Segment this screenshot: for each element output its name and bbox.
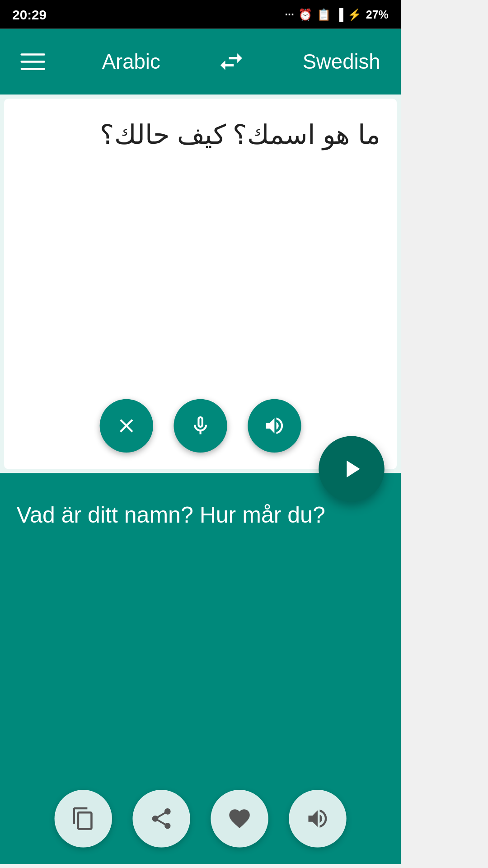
favorite-button[interactable] — [211, 790, 268, 847]
copy-button[interactable] — [55, 790, 112, 847]
target-language-label[interactable]: Swedish — [303, 50, 380, 73]
sim-icon: 📋 — [317, 8, 331, 21]
bolt-icon: ⚡ — [347, 8, 362, 21]
input-section: ما هو اسمك؟ كيف حالك؟ — [0, 94, 401, 473]
output-actions — [16, 774, 384, 848]
translated-text: Vad är ditt namn? Hur mår du? — [16, 498, 384, 774]
status-time: 20:29 — [12, 7, 47, 22]
menu-line-2 — [20, 61, 45, 63]
signal-icon: ▐ — [335, 8, 343, 20]
swap-languages-button[interactable] — [217, 47, 246, 76]
menu-button[interactable] — [20, 53, 45, 70]
status-bar: 20:29 ··· ⏰ 📋 ▐ ⚡ 27% — [0, 0, 401, 29]
menu-line-3 — [20, 68, 45, 70]
speaker-output-button[interactable] — [289, 790, 346, 847]
microphone-button[interactable] — [174, 399, 227, 453]
battery-text: 27% — [366, 8, 389, 20]
share-button[interactable] — [132, 790, 190, 847]
alarm-icon: ⏰ — [298, 8, 313, 21]
menu-line-1 — [20, 53, 45, 56]
output-section: Vad är ditt namn? Hur mår du? — [0, 473, 401, 863]
arabic-input-text[interactable]: ما هو اسمك؟ كيف حالك؟ — [20, 115, 380, 382]
input-card: ما هو اسمك؟ كيف حالك؟ — [4, 99, 397, 469]
input-actions — [20, 382, 380, 453]
status-icons: ··· ⏰ 📋 ▐ ⚡ 27% — [285, 8, 389, 21]
dots-icon: ··· — [285, 8, 294, 20]
clear-button[interactable] — [100, 399, 153, 453]
app-bar: Arabic Swedish — [0, 29, 401, 95]
source-language-label[interactable]: Arabic — [102, 50, 160, 73]
send-button[interactable] — [319, 436, 385, 502]
speaker-input-button[interactable] — [248, 399, 301, 453]
